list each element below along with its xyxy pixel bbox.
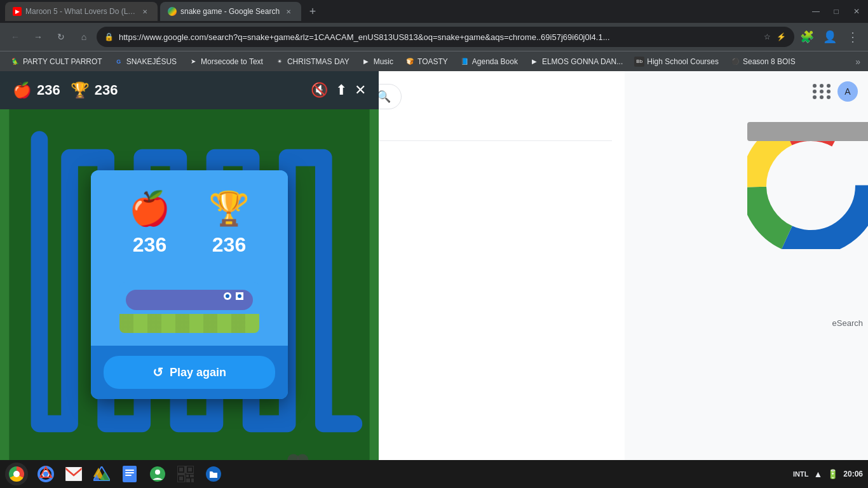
svg-rect-9	[747, 122, 868, 141]
bookmark-agenda[interactable]: 📘 Agenda Book	[454, 54, 523, 69]
game-header: 🍎 236 🏆 236 🔇 ⬆ ✕	[0, 71, 379, 109]
taskbar-right: INTL ▲ 🔋 20:06	[793, 469, 863, 479]
bookmark10-icon: ⚫	[730, 57, 740, 67]
profile-button[interactable]: 👤	[820, 27, 840, 47]
play-again-button[interactable]: ↺ Play again	[104, 356, 275, 389]
bookmark5-label: Music	[374, 57, 393, 66]
svg-rect-30	[186, 475, 189, 477]
extensions-button[interactable]: 🧩	[797, 27, 817, 47]
bookmark9-icon: Bb	[634, 57, 644, 67]
bookmark4-label: CHRISTMAS DAY	[287, 57, 349, 66]
svg-rect-31	[190, 475, 194, 477]
wifi-icon: ▲	[813, 469, 822, 479]
more-tools-button[interactable]: ⋮	[843, 27, 863, 47]
game-board: 🍎 236 🏆 236	[0, 109, 379, 460]
taskbar-docs[interactable]	[117, 463, 142, 485]
maximize-button[interactable]: □	[830, 5, 843, 18]
apple-score-icon: 🍎	[13, 81, 32, 99]
google-apps-button[interactable]	[812, 81, 832, 102]
tab2-title: snake game - Google Search	[180, 7, 280, 16]
back-button[interactable]: ←	[5, 27, 25, 47]
bookmark-season8[interactable]: ⚫ Season 8 BOIS	[725, 54, 801, 69]
tab-snake-game[interactable]: snake game - Google Search ✕	[160, 2, 301, 21]
trophy-score-value: 236	[95, 82, 118, 98]
taskbar-info: INTL ▲ 🔋 20:06	[793, 469, 863, 479]
taskbar-classroom[interactable]	[145, 463, 170, 485]
extensions-icon[interactable]: ⚡	[775, 31, 787, 43]
bookmark-elmos[interactable]: ▶ ELMOS GONNA DAN...	[524, 54, 628, 69]
bookmark7-label: Agenda Book	[472, 57, 518, 66]
taskbar-qr[interactable]	[173, 463, 198, 485]
share-button[interactable]: ⬆	[336, 82, 347, 98]
bookmark-toasty[interactable]: 🍞 TOASTY	[400, 54, 453, 69]
chrome-os-button[interactable]	[5, 463, 28, 485]
modal-trophy-score: 🏆 236	[208, 189, 250, 257]
svg-rect-29	[179, 477, 183, 480]
bookmark6-icon: 🍞	[405, 57, 415, 67]
snake-eye-right	[224, 292, 231, 300]
mute-button[interactable]: 🔇	[311, 82, 328, 98]
new-tab-button[interactable]: +	[304, 3, 322, 20]
snake-eye-left	[236, 292, 243, 300]
taskbar-chrome[interactable]	[33, 463, 58, 485]
address-bar[interactable]: 🔒 https://www.google.com/search?q=snake+…	[97, 27, 794, 47]
trophy-score-display: 🏆 236	[71, 81, 118, 99]
battery-icon: 🔋	[827, 469, 838, 479]
tab1-close[interactable]: ✕	[140, 6, 150, 17]
close-game-button[interactable]: ✕	[355, 82, 366, 98]
bookmark8-icon: ▶	[529, 57, 539, 67]
title-bar: ▶ Maroon 5 - What Lovers Do (Lyri... ✕ s…	[0, 0, 868, 23]
bookmark6-label: TOASTY	[417, 57, 448, 66]
bookmark2-label: SNAKEJÉSUS	[126, 57, 177, 66]
safesearch-label: eSearch	[827, 313, 868, 333]
svg-rect-18	[123, 466, 137, 482]
bookmarks-overflow[interactable]: »	[853, 54, 863, 69]
svg-rect-19	[125, 470, 134, 471]
bookmark-snakejesus[interactable]: G SNAKEJÉSUS	[109, 54, 182, 69]
bookmark-morsecode[interactable]: ➤ Morsecode to Text	[183, 54, 268, 69]
minimize-button[interactable]: —	[810, 5, 822, 18]
bookmark-music[interactable]: ▶ Music	[356, 54, 398, 69]
right-content: A	[625, 71, 868, 122]
taskbar: INTL ▲ 🔋 20:06	[0, 460, 868, 488]
bookmark3-icon: ➤	[188, 57, 198, 67]
browser-frame: ▶ Maroon 5 - What Lovers Do (Lyri... ✕ s…	[0, 0, 868, 488]
modal-play-again-area: ↺ Play again	[91, 346, 288, 399]
refresh-icon: ↺	[153, 365, 163, 380]
svg-point-12	[43, 471, 48, 477]
modal-trophy-value: 236	[212, 233, 246, 257]
user-avatar[interactable]: A	[837, 81, 858, 102]
bookmark-party-cult-parrot[interactable]: 🦜 PARTY CULT PARROT	[5, 54, 107, 69]
taskbar-apps	[33, 463, 226, 485]
tab-maroon5[interactable]: ▶ Maroon 5 - What Lovers Do (Lyri... ✕	[5, 2, 158, 21]
play-again-label: Play again	[170, 366, 226, 379]
close-button[interactable]: ✕	[850, 5, 863, 18]
taskbar-files[interactable]	[201, 463, 226, 485]
clock: 20:06	[843, 470, 863, 478]
refresh-button[interactable]: ↻	[51, 27, 71, 47]
home-button[interactable]: ⌂	[74, 27, 94, 47]
taskbar-drive[interactable]	[89, 463, 114, 485]
bookmark-christmas[interactable]: ✴ CHRISTMAS DAY	[269, 54, 355, 69]
nav-right-buttons: 🧩 👤 ⋮	[797, 27, 863, 47]
modal-trophy-icon: 🏆	[208, 189, 250, 228]
svg-rect-33	[191, 478, 194, 482]
bookmarks-bar: 🦜 PARTY CULT PARROT G SNAKEJÉSUS ➤ Morse…	[0, 51, 868, 71]
bookmark5-icon: ▶	[361, 57, 371, 67]
svg-rect-20	[125, 472, 134, 473]
taskbar-gmail[interactable]	[61, 463, 86, 485]
tab1-favicon: ▶	[13, 7, 22, 16]
svg-point-23	[155, 470, 160, 475]
taskbar-left	[5, 463, 28, 485]
current-score-value: 236	[37, 82, 60, 98]
svg-rect-25	[179, 468, 183, 471]
bookmark-highschool[interactable]: Bb High School Courses	[629, 54, 724, 69]
bookmark4-icon: ✴	[275, 57, 285, 67]
address-icons: ☆ ⚡	[761, 31, 787, 43]
forward-button[interactable]: →	[28, 27, 48, 47]
tab2-close[interactable]: ✕	[283, 6, 294, 17]
snake-body	[126, 290, 253, 310]
star-icon[interactable]: ☆	[761, 31, 773, 43]
google-header-right: A	[635, 81, 858, 102]
svg-rect-21	[125, 475, 132, 476]
